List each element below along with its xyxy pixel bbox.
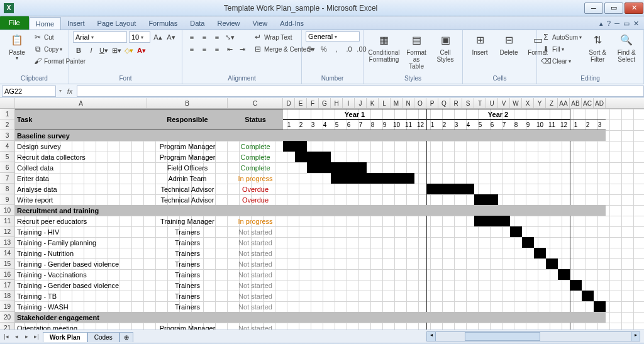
cell[interactable]: 10 [391, 119, 402, 130]
cell[interactable]: Training Manager [147, 216, 228, 226]
cell[interactable]: Trainers [147, 226, 228, 237]
next-sheet-icon[interactable]: ▸ [21, 331, 31, 341]
percent-icon[interactable]: % [318, 43, 330, 55]
cell[interactable]: 9 [379, 119, 391, 130]
new-sheet-icon[interactable]: ⊕ [119, 332, 133, 342]
fx-icon[interactable]: fx [63, 87, 77, 95]
cell[interactable]: 9 [522, 119, 534, 130]
cell[interactable]: 4 [462, 119, 474, 130]
cell[interactable]: Baseline survey [15, 130, 606, 141]
sheet-tab[interactable]: Codes [87, 332, 119, 342]
doc-min-icon[interactable]: ─ [614, 19, 619, 28]
cell[interactable]: Complete [228, 152, 283, 162]
col-header[interactable]: X [522, 98, 534, 108]
cell[interactable]: 1 [426, 119, 438, 130]
cell[interactable]: Recruitment and training [15, 205, 606, 216]
col-header[interactable]: T [474, 98, 486, 108]
number-format-dropdown[interactable]: General [306, 31, 360, 42]
cell[interactable]: In progress [228, 173, 283, 184]
orientation-icon[interactable]: ⤡▾ [224, 31, 235, 43]
row-header[interactable]: 3 [0, 130, 15, 141]
cell[interactable]: Stakeholder engagement [15, 312, 606, 323]
cell[interactable]: Trainers [147, 301, 228, 312]
col-header[interactable]: B [147, 98, 228, 108]
cell[interactable]: 6 [343, 119, 355, 130]
cell[interactable]: 5 [474, 119, 486, 130]
col-header[interactable]: U [486, 98, 498, 108]
ribbon-tab-review[interactable]: Review [211, 17, 246, 30]
currency-icon[interactable]: $▾ [306, 43, 317, 55]
cell[interactable]: Trainers [147, 248, 228, 258]
cell[interactable]: 1 [283, 119, 295, 130]
col-header[interactable]: AB [570, 98, 582, 108]
cell[interactable]: Design survey [15, 141, 147, 152]
cell[interactable]: Technical Advisor [147, 194, 228, 205]
row-header[interactable]: 21 [0, 323, 15, 330]
cell[interactable]: 11 [546, 119, 558, 130]
fill-button[interactable]: ⬇Fill▾ [541, 43, 582, 55]
align-top-icon[interactable]: ≡ [186, 31, 197, 43]
ribbon-tab-data[interactable]: Data [184, 17, 211, 30]
cell[interactable]: Technical Advisor [147, 184, 228, 194]
col-header[interactable]: C [228, 98, 283, 108]
ribbon-tab-insert[interactable]: Insert [61, 17, 91, 30]
minimize-ribbon-icon[interactable]: ▴ [599, 19, 603, 28]
bold-icon[interactable]: B [73, 45, 84, 56]
col-header[interactable]: Y [534, 98, 546, 108]
cell[interactable]: Trainers [147, 291, 228, 301]
row-header[interactable]: 13 [0, 237, 15, 248]
cell[interactable]: Training - TB [15, 291, 147, 301]
clear-button[interactable]: ⌫Clear▾ [541, 55, 582, 67]
horizontal-scrollbar[interactable]: ◂ ▸ [426, 331, 640, 341]
cell[interactable]: 10 [534, 119, 546, 130]
cell[interactable]: 8 [510, 119, 522, 130]
font-face-dropdown[interactable]: Arial [73, 31, 127, 43]
col-header[interactable]: R [450, 98, 462, 108]
row-header[interactable]: 2 [0, 119, 15, 130]
doc-max-icon[interactable]: ▭ [623, 19, 630, 28]
row-header[interactable]: 6 [0, 162, 15, 173]
format-as-table-button[interactable]: ▤Format as Table [403, 31, 430, 71]
cell[interactable]: 4 [319, 119, 331, 130]
comma-icon[interactable]: , [331, 43, 342, 55]
col-header[interactable]: W [510, 98, 522, 108]
inc-decimal-icon[interactable]: .0 [343, 43, 355, 55]
ribbon-tab-page-layout[interactable]: Page Layout [91, 17, 143, 30]
col-header[interactable]: P [426, 98, 438, 108]
prev-sheet-icon[interactable]: ◂ [11, 331, 21, 341]
col-header[interactable]: D [283, 98, 295, 108]
cell[interactable]: Analyse data [15, 184, 147, 194]
cell[interactable]: Enter data [15, 173, 147, 184]
cell[interactable]: Field Officers [147, 162, 228, 173]
col-header[interactable]: Q [438, 98, 450, 108]
indent-dec-icon[interactable]: ⇤ [224, 43, 235, 55]
cell[interactable]: 2 [438, 119, 450, 130]
row-header[interactable]: 10 [0, 205, 15, 216]
row-header[interactable]: 8 [0, 184, 15, 194]
cell[interactable]: Not started [228, 280, 283, 291]
col-header[interactable]: O [414, 98, 426, 108]
row-header[interactable]: 11 [0, 216, 15, 226]
row-header[interactable]: 9 [0, 194, 15, 205]
cell[interactable]: Responsible [147, 109, 228, 130]
align-left-icon[interactable]: ≡ [186, 43, 197, 55]
cell[interactable]: Training - Gender based violence [15, 258, 147, 269]
row-header[interactable]: 4 [0, 141, 15, 152]
col-header[interactable]: AC [582, 98, 594, 108]
cell[interactable]: Not started [228, 258, 283, 269]
row-header[interactable]: 20 [0, 312, 15, 323]
cell[interactable]: 6 [486, 119, 498, 130]
col-header[interactable]: AD [594, 98, 606, 108]
sheet-tab-active[interactable]: Work Plan [43, 332, 87, 342]
cell[interactable]: Trainers [147, 258, 228, 269]
cell[interactable]: Not started [228, 291, 283, 301]
col-header[interactable]: I [343, 98, 355, 108]
align-right-icon[interactable]: ≡ [211, 43, 223, 55]
maximize-button[interactable]: ▭ [604, 3, 623, 14]
col-header[interactable]: AA [558, 98, 570, 108]
col-header[interactable]: Z [546, 98, 558, 108]
col-header[interactable]: E [295, 98, 307, 108]
align-middle-icon[interactable]: ≡ [199, 31, 210, 43]
cell[interactable]: Overdue [228, 184, 283, 194]
underline-icon[interactable]: U▾ [98, 45, 109, 56]
